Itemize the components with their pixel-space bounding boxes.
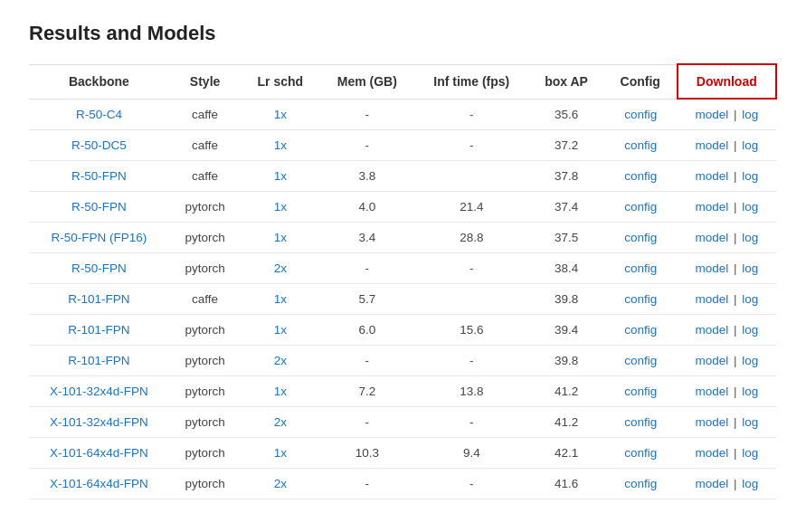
cell-lr-schd[interactable]: 2x (241, 253, 319, 284)
lr-schd-link[interactable]: 1x (274, 200, 287, 214)
cell-download[interactable]: model | log (678, 315, 776, 346)
lr-schd-link[interactable]: 1x (274, 169, 287, 183)
cell-config[interactable]: config (604, 438, 678, 469)
lr-schd-link[interactable]: 1x (274, 323, 287, 337)
cell-config[interactable]: config (604, 315, 678, 346)
log-link[interactable]: log (742, 108, 758, 121)
config-link[interactable]: config (624, 354, 657, 367)
cell-download[interactable]: model | log (678, 99, 776, 130)
cell-lr-schd[interactable]: 1x (241, 223, 319, 253)
model-link[interactable]: model (695, 415, 728, 429)
cell-backbone[interactable]: R-50-FPN (29, 192, 169, 223)
log-link[interactable]: log (742, 415, 758, 429)
log-link[interactable]: log (742, 323, 758, 337)
cell-lr-schd[interactable]: 1x (241, 99, 319, 130)
log-link[interactable]: log (742, 138, 758, 152)
model-link[interactable]: model (695, 354, 728, 367)
log-link[interactable]: log (742, 354, 758, 367)
log-link[interactable]: log (742, 477, 758, 490)
cell-backbone[interactable]: X-101-32x4d-FPN (29, 376, 169, 407)
config-link[interactable]: config (624, 385, 657, 398)
cell-download[interactable]: model | log (678, 346, 776, 376)
cell-config[interactable]: config (604, 99, 678, 130)
cell-lr-schd[interactable]: 1x (241, 161, 319, 192)
cell-download[interactable]: model | log (678, 407, 776, 438)
config-link[interactable]: config (624, 446, 657, 460)
cell-backbone[interactable]: R-101-FPN (29, 346, 169, 376)
cell-config[interactable]: config (604, 161, 678, 192)
log-link[interactable]: log (742, 200, 758, 214)
config-link[interactable]: config (624, 292, 657, 306)
log-link[interactable]: log (742, 231, 758, 244)
cell-lr-schd[interactable]: 1x (241, 315, 319, 346)
cell-config[interactable]: config (604, 223, 678, 253)
cell-backbone[interactable]: R-101-FPN (29, 284, 169, 315)
cell-backbone[interactable]: R-50-C4 (29, 99, 169, 130)
lr-schd-link[interactable]: 2x (274, 261, 287, 275)
cell-backbone[interactable]: R-50-DC5 (29, 130, 169, 161)
lr-schd-link[interactable]: 1x (274, 292, 287, 306)
lr-schd-link[interactable]: 2x (274, 477, 287, 490)
cell-backbone[interactable]: R-50-FPN (29, 253, 169, 284)
cell-download[interactable]: model | log (678, 130, 776, 161)
config-link[interactable]: config (624, 415, 657, 429)
model-link[interactable]: model (695, 261, 728, 275)
config-link[interactable]: config (624, 200, 657, 214)
cell-lr-schd[interactable]: 1x (241, 284, 319, 315)
cell-download[interactable]: model | log (678, 284, 776, 315)
config-link[interactable]: config (624, 477, 657, 490)
config-link[interactable]: config (624, 261, 657, 275)
cell-lr-schd[interactable]: 2x (241, 469, 319, 499)
cell-backbone[interactable]: R-101-FPN (29, 315, 169, 346)
lr-schd-link[interactable]: 2x (274, 415, 287, 429)
cell-config[interactable]: config (604, 284, 678, 315)
config-link[interactable]: config (624, 323, 657, 337)
cell-download[interactable]: model | log (678, 253, 776, 284)
cell-config[interactable]: config (604, 469, 678, 499)
log-link[interactable]: log (742, 385, 758, 398)
log-link[interactable]: log (742, 261, 758, 275)
cell-backbone[interactable]: X-101-64x4d-FPN (29, 438, 169, 469)
model-link[interactable]: model (695, 108, 728, 121)
config-link[interactable]: config (624, 231, 657, 244)
config-link[interactable]: config (624, 169, 657, 183)
cell-download[interactable]: model | log (678, 223, 776, 253)
cell-config[interactable]: config (604, 376, 678, 407)
lr-schd-link[interactable]: 2x (274, 354, 287, 367)
model-link[interactable]: model (695, 231, 728, 244)
model-link[interactable]: model (695, 323, 728, 337)
model-link[interactable]: model (695, 200, 728, 214)
lr-schd-link[interactable]: 1x (274, 446, 287, 460)
cell-lr-schd[interactable]: 1x (241, 192, 319, 223)
model-link[interactable]: model (695, 385, 728, 398)
cell-config[interactable]: config (604, 253, 678, 284)
cell-download[interactable]: model | log (678, 469, 776, 499)
cell-config[interactable]: config (604, 130, 678, 161)
cell-download[interactable]: model | log (678, 161, 776, 192)
cell-download[interactable]: model | log (678, 192, 776, 223)
log-link[interactable]: log (742, 292, 758, 306)
log-link[interactable]: log (742, 446, 758, 460)
model-link[interactable]: model (695, 138, 728, 152)
lr-schd-link[interactable]: 1x (274, 108, 287, 121)
model-link[interactable]: model (695, 169, 728, 183)
cell-download[interactable]: model | log (678, 438, 776, 469)
cell-config[interactable]: config (604, 192, 678, 223)
cell-backbone[interactable]: X-101-32x4d-FPN (29, 407, 169, 438)
cell-lr-schd[interactable]: 2x (241, 346, 319, 376)
cell-config[interactable]: config (604, 346, 678, 376)
cell-backbone[interactable]: X-101-64x4d-FPN (29, 469, 169, 499)
log-link[interactable]: log (742, 169, 758, 183)
model-link[interactable]: model (695, 446, 728, 460)
cell-lr-schd[interactable]: 1x (241, 130, 319, 161)
lr-schd-link[interactable]: 1x (274, 231, 287, 244)
model-link[interactable]: model (695, 477, 728, 490)
model-link[interactable]: model (695, 292, 728, 306)
cell-download[interactable]: model | log (678, 376, 776, 407)
cell-lr-schd[interactable]: 2x (241, 407, 319, 438)
cell-backbone[interactable]: R-50-FPN (29, 161, 169, 192)
lr-schd-link[interactable]: 1x (274, 138, 287, 152)
cell-lr-schd[interactable]: 1x (241, 438, 319, 469)
lr-schd-link[interactable]: 1x (274, 385, 287, 398)
cell-backbone[interactable]: R-50-FPN (FP16) (29, 223, 169, 253)
